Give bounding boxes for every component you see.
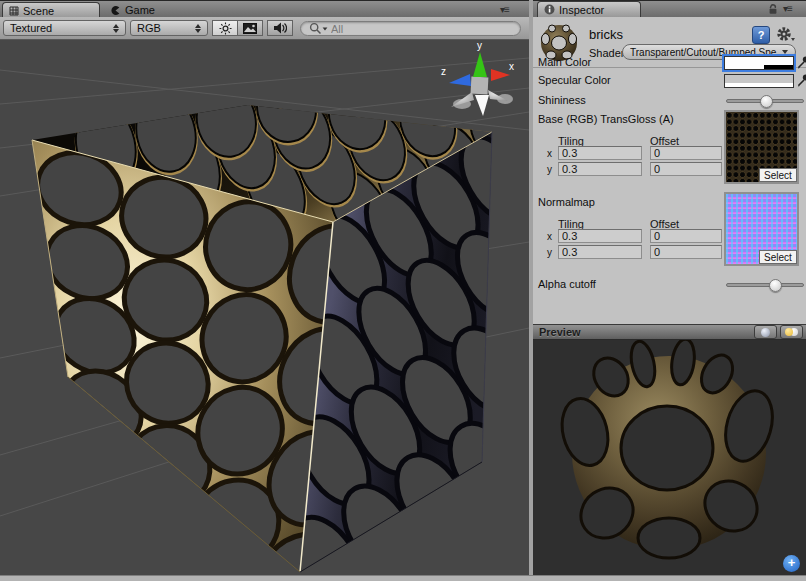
main-color-swatch[interactable]	[724, 56, 794, 70]
material-name: bricks	[589, 27, 623, 42]
gizmo-y-axis[interactable]	[473, 52, 487, 77]
normal-y-label: y	[547, 247, 552, 258]
inspector-pane: Inspector ▾≡	[533, 0, 806, 575]
inspector-tabbar: Inspector ▾≡	[533, 0, 806, 17]
preview-header[interactable]: Preview	[533, 324, 806, 340]
popup-arrows-icon	[195, 24, 201, 33]
shininess-label: Shininess	[538, 94, 586, 106]
normalmap-label: Normalmap	[538, 196, 595, 208]
preview-lighting-button[interactable]	[780, 325, 803, 339]
light-dot-icon	[785, 328, 793, 336]
scene-grid-icon	[9, 6, 19, 16]
search-input[interactable]	[331, 23, 501, 35]
draw-mode-value: Textured	[10, 22, 107, 34]
preview-sphere-render	[533, 340, 806, 575]
speaker-icon	[273, 22, 287, 34]
gizmo-x-label: x	[509, 61, 514, 72]
magnifier-icon	[309, 22, 322, 35]
base-y-label: y	[547, 164, 552, 175]
main-color-alpha-bar	[725, 65, 793, 69]
shininess-slider-handle[interactable]	[760, 95, 773, 108]
shader-caret-icon	[782, 50, 788, 54]
scene-pane-menu-icon[interactable]: ▾≡	[500, 4, 509, 15]
normal-offset-y-input[interactable]	[650, 245, 722, 259]
preview-area[interactable]: +	[533, 340, 806, 575]
normal-texture-select-button[interactable]: Select	[759, 250, 797, 264]
base-texture-select-button[interactable]: Select	[759, 168, 797, 182]
alpha-cutoff-slider-handle[interactable]	[769, 279, 782, 292]
tab-game-label: Game	[125, 4, 155, 16]
scene-toolbar: Textured RGB	[0, 17, 529, 40]
draw-mode-dropdown[interactable]: Textured	[3, 20, 126, 36]
help-icon[interactable]: ?	[752, 26, 770, 44]
scene-audio-toggle[interactable]	[267, 20, 293, 36]
sun-icon	[219, 22, 232, 35]
preview-add-button[interactable]: +	[783, 555, 800, 572]
base-map-label: Base (RGB) TransGloss (A)	[538, 113, 674, 125]
tab-inspector[interactable]: Inspector	[537, 1, 641, 17]
tab-inspector-label: Inspector	[559, 4, 604, 16]
specular-color-swatch[interactable]	[724, 74, 794, 88]
info-icon	[544, 4, 555, 15]
gear-menu-icon[interactable]	[776, 26, 796, 43]
scene-pane-tabbar: Scene Game ▾≡	[0, 0, 529, 17]
base-offset-y-input[interactable]	[650, 162, 722, 176]
color-mode-dropdown[interactable]: RGB	[130, 20, 208, 36]
scene-gizmo[interactable]: y z x	[441, 40, 514, 116]
normal-tiling-y-input[interactable]	[558, 245, 642, 259]
main-color-label: Main Color	[538, 56, 591, 68]
image-icon	[243, 23, 257, 34]
unity-editor-window: Scene Game ▾≡ Textured RGB	[0, 0, 806, 581]
gizmo-x-axis[interactable]	[491, 69, 510, 81]
specular-color-label: Specular Color	[538, 74, 611, 86]
preview-sphere-button[interactable]	[754, 325, 777, 339]
specular-color-alpha-bar	[725, 83, 793, 87]
base-tiling-x-input[interactable]	[558, 146, 642, 160]
tab-game[interactable]: Game	[110, 2, 155, 18]
game-icon	[110, 5, 121, 16]
scene-lighting-toggle[interactable]	[212, 20, 238, 36]
alpha-cutoff-label: Alpha cutoff	[538, 278, 596, 290]
scene-viewport[interactable]: y z x	[0, 40, 529, 575]
preview-title: Preview	[539, 326, 754, 338]
shader-label: Shader	[589, 47, 624, 59]
window-bottom-edge	[0, 575, 806, 581]
gizmo-z-axis[interactable]	[449, 74, 471, 86]
eyedropper-icon[interactable]	[797, 55, 806, 69]
gizmo-y-label: y	[477, 40, 482, 51]
tab-scene-label: Scene	[23, 5, 54, 17]
alpha-cutoff-slider[interactable]	[726, 283, 804, 287]
lock-icon[interactable]	[767, 3, 779, 15]
inspector-pane-menu-icon[interactable]: ▾≡	[783, 3, 792, 14]
sphere-icon	[761, 328, 770, 337]
base-texture-thumbnail[interactable]: Select	[724, 110, 799, 184]
bricks-cube-object[interactable]	[28, 69, 529, 575]
normal-x-label: x	[547, 231, 552, 242]
scene-rendermode-button[interactable]	[237, 20, 263, 36]
search-filter-caret-icon[interactable]	[323, 27, 328, 30]
scene-search-field[interactable]	[300, 21, 521, 36]
normal-tiling-x-input[interactable]	[558, 229, 642, 243]
shininess-slider[interactable]	[726, 99, 804, 103]
gizmo-z-label: z	[441, 66, 446, 77]
normal-texture-thumbnail[interactable]: Select	[724, 192, 799, 266]
base-tiling-y-input[interactable]	[558, 162, 642, 176]
color-mode-value: RGB	[137, 22, 189, 34]
base-x-label: x	[547, 148, 552, 159]
normal-offset-x-input[interactable]	[650, 229, 722, 243]
popup-arrows-icon	[113, 24, 119, 33]
eyedropper-icon[interactable]	[797, 73, 806, 87]
tab-scene[interactable]: Scene	[2, 2, 100, 18]
base-offset-x-input[interactable]	[650, 146, 722, 160]
